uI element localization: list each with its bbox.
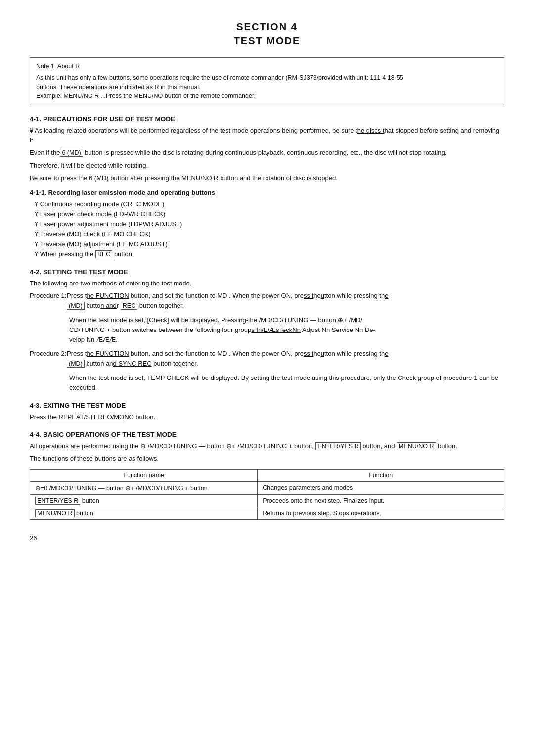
proc2-label: Procedure 2:	[30, 349, 67, 359]
section41-para4: Be sure to press the 6 (MD) button after…	[30, 173, 504, 183]
bullet-4: Traverse (MO) check (EF MO CHECK)	[35, 229, 504, 239]
table-cell-func3: Returns to previous step. Stops operatio…	[258, 507, 504, 519]
bullet-3: Laser power adjustment mode (LDPWR ADJUS…	[35, 219, 504, 229]
section41-para3: Therefore, it will be ejected while rota…	[30, 161, 504, 171]
table-header-function: Function	[258, 469, 504, 481]
note-line1: As this unit has only a few buttons, som…	[36, 73, 498, 83]
note-line2: buttons. These operations are indicated …	[36, 83, 498, 92]
table-cell-name3: MENU/NO R button	[30, 507, 258, 519]
table-cell-name1: ⊕=0 /MD/CD/TUNING — button ⊕+ /MD/CD/TUN…	[30, 481, 258, 494]
proc2-text: Press the FUNCTION button, and set the f…	[67, 349, 502, 369]
table-row: MENU/NO R button Returns to previous ste…	[30, 507, 504, 519]
section44-text: All operations are performed using the ⊕…	[30, 441, 504, 451]
table-row: ⊕=0 /MD/CD/TUNING — button ⊕+ /MD/CD/TUN…	[30, 481, 504, 494]
page-title: SECTION 4 TEST MODE	[30, 20, 504, 47]
proc1-label: Procedure 1:	[30, 291, 67, 301]
note-line3: Example: MENU/NO R ...Press the MENU/NO …	[36, 92, 498, 101]
note-title: Note 1: About R	[36, 62, 498, 71]
bullet-2: Laser power check mode (LDPWR CHECK)	[35, 209, 504, 219]
section41-para1: ¥ As loading related operations will be …	[30, 126, 504, 145]
section43-text: Press the REPEAT/STEREO/MONO button.	[30, 412, 504, 422]
procedure2-row: Procedure 2:Press the FUNCTION button, a…	[30, 349, 504, 369]
section411-bullets: Continuous recording mode (CREC MODE) La…	[35, 199, 504, 259]
table-cell-func1: Changes parameters and modes	[258, 481, 504, 494]
bullet-5: Traverse (MO) adjustment (EF MO ADJUST)	[35, 239, 504, 249]
table-cell-name2: ENTER/YES R button	[30, 494, 258, 507]
proc1-text: Press the FUNCTION button, and set the f…	[67, 291, 502, 311]
title-line1: SECTION 4	[236, 21, 298, 32]
heading-44: 4-4. BASIC OPERATIONS OF THE TEST MODE	[30, 431, 504, 438]
heading-43: 4-3. EXITING THE TEST MODE	[30, 402, 504, 409]
heading-41: 4-1. PRECAUTIONS FOR USE OF TEST MODE	[30, 115, 504, 123]
table-cell-func2: Proceeds onto the next step. Finalizes i…	[258, 494, 504, 507]
procedure1-row: Procedure 1:Press the FUNCTION button, a…	[30, 291, 504, 311]
section42-intro: The following are two methods of enterin…	[30, 279, 504, 288]
section44-text2: The functions of these buttons are as fo…	[30, 454, 504, 464]
table-row: ENTER/YES R button Proceeds onto the nex…	[30, 494, 504, 507]
bullet-1: Continuous recording mode (CREC MODE)	[35, 199, 504, 209]
section41-para2: Even if the6 (MD) button is pressed whil…	[30, 148, 504, 158]
note-box: Note 1: About R As this unit has only a …	[30, 57, 504, 105]
title-line2: TEST MODE	[234, 35, 301, 46]
bullet-6: When pressing the REC button.	[35, 249, 504, 259]
function-table: Function name Function ⊕=0 /MD/CD/TUNING…	[30, 469, 504, 520]
heading-42: 4-2. SETTING THE TEST MODE	[30, 268, 504, 276]
heading-411: 4-1-1. Recording laser emission mode and…	[30, 189, 504, 196]
table-header-name: Function name	[30, 469, 258, 481]
page-number: 26	[30, 534, 504, 542]
proc1-indent1: When the test mode is set, [Check] will …	[69, 315, 504, 345]
proc2-indent1: When the test mode is set, TEMP CHECK wi…	[69, 373, 504, 393]
